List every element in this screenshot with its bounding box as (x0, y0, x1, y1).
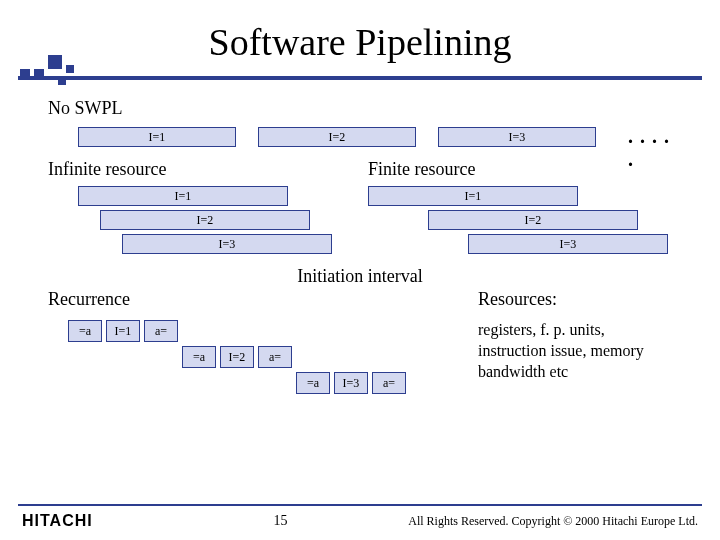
stagger-row-3: I=3 I=3 (48, 234, 672, 258)
rec-cell: I=3 (334, 372, 368, 394)
resource-labels-row: Infinite resource Finite resource (48, 159, 672, 180)
page-number: 15 (93, 513, 409, 529)
slide-title: Software Pipelining (0, 20, 720, 64)
infinite-bar: I=2 (100, 210, 310, 230)
rec-cell: =a (182, 346, 216, 368)
recurrence-diagram: =a I=1 a= =a I=2 a= =a I=3 a= (48, 320, 478, 400)
footer-content: HITACHI 15 All Rights Reserved. Copyrigh… (0, 512, 720, 530)
brand-logo: HITACHI (22, 512, 93, 530)
stagger-row-1: I=1 I=1 (48, 186, 672, 210)
noswpl-bar: I=2 (258, 127, 416, 147)
noswpl-bar: I=1 (78, 127, 236, 147)
copyright-text: All Rights Reserved. Copyright © 2000 Hi… (408, 514, 698, 529)
stagger-row-2: I=2 I=2 (48, 210, 672, 234)
rec-cell: I=1 (106, 320, 140, 342)
rec-cell: =a (296, 372, 330, 394)
rec-cell: a= (372, 372, 406, 394)
footer-divider (18, 504, 702, 506)
infinite-bar: I=3 (122, 234, 332, 254)
slide-header: Software Pipelining (0, 0, 720, 80)
noswpl-label: No SWPL (48, 98, 672, 119)
slide-content: No SWPL I=1 I=2 I=3 . . . . . Infinite r… (0, 80, 720, 400)
rec-cell: I=2 (220, 346, 254, 368)
ellipsis-dots: . . . . . (628, 125, 672, 171)
rec-cell: a= (144, 320, 178, 342)
finite-bar: I=1 (368, 186, 578, 206)
rec-cell: =a (68, 320, 102, 342)
bottom-row: Recurrence =a I=1 a= =a I=2 a= =a I=3 a=… (48, 289, 672, 400)
slide-footer: HITACHI 15 All Rights Reserved. Copyrigh… (0, 504, 720, 530)
rec-cell: a= (258, 346, 292, 368)
resources-column: Resources: registers, f. p. units, instr… (478, 289, 672, 400)
recurrence-label: Recurrence (48, 289, 478, 310)
resources-text: registers, f. p. units, instruction issu… (478, 320, 672, 382)
infinite-label: Infinite resource (48, 159, 368, 180)
noswpl-bar: I=3 (438, 127, 596, 147)
infinite-bar: I=1 (78, 186, 288, 206)
finite-bar: I=2 (428, 210, 638, 230)
recurrence-column: Recurrence =a I=1 a= =a I=2 a= =a I=3 a= (48, 289, 478, 400)
initiation-interval-label: Initiation interval (48, 266, 672, 287)
resources-label: Resources: (478, 289, 672, 310)
noswpl-row: I=1 I=2 I=3 . . . . . (48, 127, 672, 151)
finite-label: Finite resource (368, 159, 475, 180)
finite-bar: I=3 (468, 234, 668, 254)
